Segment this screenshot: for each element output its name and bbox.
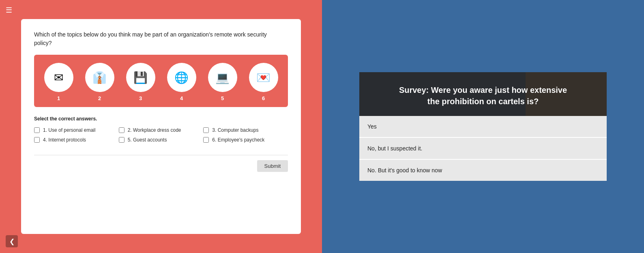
answer-item: 3. Computer backups [203, 127, 288, 133]
survey-title: Survey: Were you aware just how extensiv… [398, 84, 568, 107]
back-arrow-button[interactable]: ❮ [6, 235, 18, 247]
quiz-divider [34, 155, 288, 155]
icon-number: 5 [221, 95, 224, 101]
quiz-icon-item: 💾 3 [126, 63, 155, 101]
submit-button[interactable]: Submit [257, 160, 288, 172]
icons-row: ✉ 1 👔 2 💾 3 🌐 4 💻 5 💌 6 [34, 55, 288, 107]
icon-number: 1 [57, 95, 60, 101]
hamburger-icon[interactable]: ☰ [6, 6, 12, 15]
icon-number: 2 [98, 95, 101, 101]
right-panel: Survey: Were you aware just how extensiv… [322, 0, 644, 253]
answer-checkbox[interactable] [203, 137, 209, 143]
quiz-icon-item: ✉ 1 [44, 63, 73, 101]
answer-label: 4. Internet protocols [43, 137, 86, 143]
icon-circle[interactable]: 💾 [126, 63, 155, 92]
answer-item: 6. Employee's paycheck [203, 137, 288, 143]
answer-checkbox[interactable] [119, 137, 125, 143]
survey-header: Survey: Were you aware just how extensiv… [359, 72, 607, 116]
answer-item: 4. Internet protocols [34, 137, 119, 143]
quiz-icon-item: 💻 5 [208, 63, 237, 101]
icon-number: 6 [262, 95, 265, 101]
answer-checkbox[interactable] [34, 137, 40, 143]
answer-label: 3. Computer backups [212, 127, 258, 133]
left-panel: ☰ Which of the topics below do you think… [0, 0, 322, 253]
answer-checkbox[interactable] [203, 127, 209, 133]
answer-item: 2. Workplace dress code [119, 127, 204, 133]
icon-circle[interactable]: 🌐 [167, 63, 196, 92]
survey-card: Survey: Were you aware just how extensiv… [359, 72, 607, 181]
quiz-card: Which of the topics below do you think m… [21, 19, 301, 234]
quiz-question: Which of the topics below do you think m… [34, 30, 286, 47]
answer-checkbox[interactable] [119, 127, 125, 133]
icon-circle[interactable]: 💻 [208, 63, 237, 92]
icon-number: 3 [139, 95, 142, 101]
answers-grid: 1. Use of personal email 2. Workplace dr… [34, 127, 288, 143]
answer-checkbox[interactable] [34, 127, 40, 133]
icon-circle[interactable]: 💌 [249, 63, 278, 92]
survey-options: YesNo, but I suspected it.No. But it's g… [359, 116, 607, 181]
survey-option[interactable]: No. But it's good to know now [359, 160, 607, 181]
select-label: Select the correct answers. [34, 116, 288, 122]
icon-circle[interactable]: 👔 [85, 63, 114, 92]
answer-item: 1. Use of personal email [34, 127, 119, 133]
quiz-icon-item: 👔 2 [85, 63, 114, 101]
quiz-icon-item: 🌐 4 [167, 63, 196, 101]
answer-label: 1. Use of personal email [43, 127, 95, 133]
survey-option[interactable]: No, but I suspected it. [359, 138, 607, 160]
quiz-icon-item: 💌 6 [249, 63, 278, 101]
answer-label: 2. Workplace dress code [128, 127, 181, 133]
answer-label: 6. Employee's paycheck [212, 137, 264, 143]
survey-option[interactable]: Yes [359, 116, 607, 138]
answer-item: 5. Guest accounts [119, 137, 204, 143]
submit-row: Submit [34, 160, 288, 172]
answer-label: 5. Guest accounts [128, 137, 167, 143]
icon-number: 4 [180, 95, 183, 101]
icon-circle[interactable]: ✉ [44, 63, 73, 92]
